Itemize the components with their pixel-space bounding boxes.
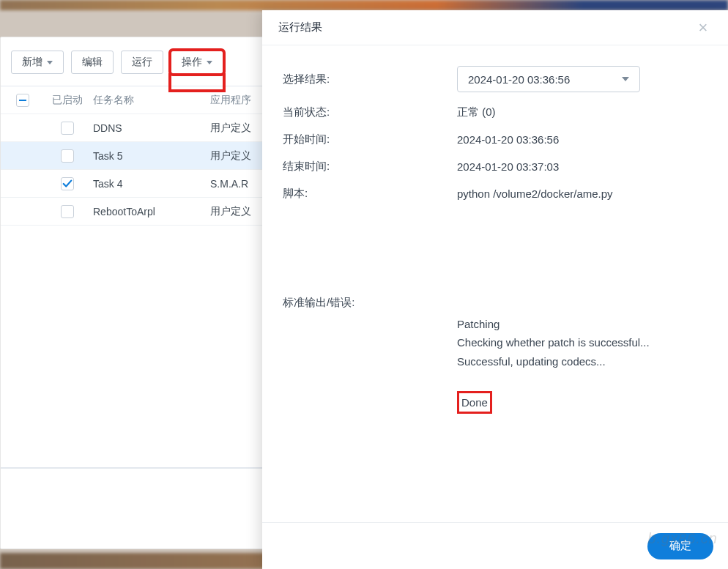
check-icon [62,179,73,189]
add-button[interactable]: 新增 [11,51,64,74]
background-decor [0,0,728,10]
run-result-modal: 运行结果 × 选择结果: 2024-01-20 03:36:56 当前状态: 正… [262,10,728,569]
end-time-label: 结束时间: [283,160,457,174]
close-icon[interactable]: × [694,18,712,37]
stdout-label: 标准输出/错误: [283,296,457,414]
stdout-done-highlight: Done [457,391,492,414]
ok-button-label: 确定 [669,539,691,551]
status-label: 当前状态: [283,105,457,119]
run-button-label: 运行 [132,56,152,69]
edit-button[interactable]: 编辑 [71,51,114,74]
add-button-label: 新增 [22,56,42,69]
edit-button-label: 编辑 [82,56,103,69]
col-header-enabled[interactable]: 已启动 [45,94,90,107]
stdout-section: 标准输出/错误: Patching Checking whether patch… [283,296,707,414]
task-name: DDNS [90,122,207,134]
end-time-value: 2024-01-20 03:37:03 [457,160,707,173]
script-row: 脚本: python /volume2/docker/ame.py [283,187,707,201]
status-value: 正常 (0) [457,105,707,119]
script-label: 脚本: [283,187,457,201]
modal-body: 选择结果: 2024-01-20 03:36:56 当前状态: 正常 (0) 开… [262,45,728,522]
action-button-label: 操作 [182,56,202,69]
row-checkbox[interactable] [61,205,74,218]
ok-button[interactable]: 确定 [647,533,713,559]
row-checkbox[interactable] [61,122,74,135]
result-select[interactable]: 2024-01-20 03:36:56 [457,66,640,92]
end-time-row: 结束时间: 2024-01-20 03:37:03 [283,160,707,174]
script-value: python /volume2/docker/ame.py [457,187,707,200]
select-all-checkbox[interactable] [16,94,29,107]
start-time-row: 开始时间: 2024-01-20 03:36:56 [283,133,707,146]
result-select-value: 2024-01-20 03:36:56 [468,73,570,86]
stdout-lines: Patching Checking whether patch is succe… [457,318,650,368]
row-checkbox[interactable] [61,149,74,163]
modal-header: 运行结果 × [262,10,728,45]
chevron-down-icon [207,61,212,64]
chevron-down-icon [622,77,629,81]
status-row: 当前状态: 正常 (0) [283,105,707,119]
chevron-down-icon [47,61,53,64]
run-button[interactable]: 运行 [121,51,163,74]
col-header-name[interactable]: 任务名称 [90,94,207,107]
stdout-output: Patching Checking whether patch is succe… [457,296,707,414]
start-time-value: 2024-01-20 03:36:56 [457,133,707,146]
row-checkbox[interactable] [61,177,74,190]
action-button[interactable]: 操作 [171,51,223,74]
task-name: Task 5 [90,150,207,162]
select-result-row: 选择结果: 2024-01-20 03:36:56 [283,66,707,92]
start-time-label: 开始时间: [283,133,457,146]
modal-footer: 确定 [262,522,728,569]
task-name: Task 4 [90,178,207,190]
task-name: RebootToArpl [90,206,207,217]
modal-title: 运行结果 [278,21,322,34]
select-result-label: 选择结果: [283,72,457,86]
